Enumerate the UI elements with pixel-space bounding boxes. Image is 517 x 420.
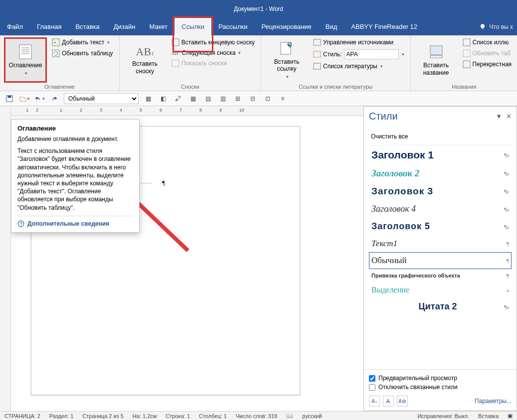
cross-reference-button[interactable]: Перекрестная	[461, 59, 514, 69]
group-toc: Оглавление ▾ + Добавить текст▾ Обновить …	[0, 35, 120, 91]
tab-review[interactable]: Рецензирование	[254, 18, 318, 35]
style-heading5[interactable]: Заголовок 5¶a	[369, 218, 512, 235]
ribbon: Оглавление ▾ + Добавить текст▾ Обновить …	[0, 35, 517, 91]
clear-all-style[interactable]: Очистить все	[369, 130, 512, 145]
align-button[interactable]: ≡	[277, 93, 288, 104]
status-column[interactable]: Столбец: 1	[194, 413, 231, 419]
insert-citation-label: Вставить ссылку	[274, 58, 300, 73]
tab-insert[interactable]: Вставка	[68, 18, 106, 35]
toc-icon	[17, 44, 33, 60]
update-figures-button[interactable]: Обновить таб	[461, 48, 514, 58]
style-heading3[interactable]: Заголовок 3¶a	[369, 182, 512, 200]
figures-list-button[interactable]: Список иллю	[461, 37, 514, 47]
figures-list-label: Список иллю	[473, 39, 509, 46]
border-button[interactable]: ▦	[143, 93, 154, 104]
disable-linked-checkbox[interactable]: Отключить связанные стили	[369, 383, 512, 392]
status-insert-mode[interactable]: Вставка	[474, 413, 503, 419]
manage-sources-label: Управление источниками	[323, 39, 393, 46]
status-track-changes[interactable]: Исправления: Выкл.	[413, 413, 474, 419]
group-footnotes-label: Сноски	[124, 83, 257, 90]
proofing-icon[interactable]: 📖	[282, 413, 298, 419]
bibliography-label: Список литературы	[323, 63, 377, 70]
insert-footnote-button[interactable]: AB1 Вставить сноску	[124, 37, 167, 83]
tab-abbyy[interactable]: ABBYY FineReader 12	[344, 18, 424, 35]
manage-sources-button[interactable]: Управление источниками	[311, 37, 406, 47]
list-icon	[463, 38, 471, 46]
tab-view[interactable]: Вид	[319, 18, 345, 35]
insert-citation-button[interactable]: Вставить ссылку▾	[265, 37, 308, 83]
next-footnote-button[interactable]: AB¹ Следующая сноска▾	[170, 48, 257, 57]
show-footnotes-button[interactable]: Показать сноски	[170, 58, 257, 68]
add-text-button[interactable]: + Добавить текст▾	[50, 37, 115, 47]
tab-home[interactable]: Главная	[30, 18, 68, 35]
citation-style-select[interactable]	[344, 49, 399, 59]
chevron-down-icon[interactable]: ▾	[402, 52, 404, 57]
insert-row-button[interactable]: ▤	[202, 93, 213, 104]
eraser-button[interactable]: ◧	[158, 93, 169, 104]
next-footnote-icon: AB¹	[172, 50, 180, 56]
status-language[interactable]: русский	[298, 413, 326, 419]
style-heading2[interactable]: Заголовок 2¶a	[369, 164, 512, 182]
bibliography-button[interactable]: Список литературы▾	[311, 61, 406, 71]
tab-references[interactable]: Ссылки	[174, 18, 211, 35]
svg-rect-9	[172, 60, 179, 67]
update-toc-button[interactable]: Обновить таблицу	[50, 48, 115, 58]
style-select[interactable]: Обычный	[64, 93, 139, 104]
show-notes-icon	[172, 59, 179, 67]
status-page-of[interactable]: Страница 2 из 5	[78, 413, 128, 419]
tooltip-title: Оглавление	[17, 125, 133, 132]
style-emphasis[interactable]: Выделениеa	[369, 282, 512, 298]
redo-button[interactable]	[49, 93, 60, 104]
style-quote2[interactable]: Цитата 2¶a	[369, 298, 512, 315]
insert-endnote-label: Вставить концевую сноску	[181, 39, 255, 46]
save-button[interactable]	[4, 93, 15, 104]
insert-endnote-button[interactable]: Вставить концевую сноску	[170, 37, 257, 47]
style-heading4[interactable]: Заголовок 4¶a	[369, 200, 512, 218]
status-section[interactable]: Раздел: 1	[45, 413, 78, 419]
style-text1[interactable]: Текст1¶	[369, 235, 512, 252]
svg-rect-14	[314, 63, 321, 69]
table-button[interactable]: ▦	[187, 93, 198, 104]
manage-styles-button[interactable]: A⚙	[397, 396, 408, 407]
style-inspector-button[interactable]: Aᵢ	[383, 396, 394, 407]
close-icon[interactable]: ✕	[506, 113, 512, 120]
citation-style-label: Стиль:	[323, 51, 342, 58]
status-position[interactable]: На: 1,2см	[128, 413, 162, 419]
tab-mailings[interactable]: Рассылки	[211, 18, 254, 35]
highlight-button[interactable]: 🖍	[172, 93, 183, 104]
split-button[interactable]: ⊟	[247, 93, 258, 104]
chevron-down-icon[interactable]: ▼	[496, 113, 502, 120]
style-anchor[interactable]: Привязка графического объекта¶	[369, 269, 512, 282]
distribute-button[interactable]: ⊡	[262, 93, 273, 104]
styles-pane: Стили ▼ ✕ Очистить все Заголовок 1¶a Заг…	[363, 106, 517, 411]
tab-file[interactable]: Файл	[0, 18, 30, 35]
tooltip-text-2: Текст с использованием стиля "Заголовок"…	[17, 147, 133, 212]
chevron-down-icon: ▾	[25, 71, 27, 76]
macro-icon[interactable]: ▣	[503, 413, 517, 419]
add-text-label: Добавить текст	[62, 39, 104, 46]
style-icon	[313, 50, 321, 58]
merge-button[interactable]: ⊞	[232, 93, 243, 104]
new-style-button[interactable]: A₊	[369, 396, 380, 407]
redo-icon	[51, 95, 58, 102]
style-normal[interactable]: Обычный¶	[369, 252, 512, 269]
undo-button[interactable]: ▾	[34, 93, 45, 104]
status-line[interactable]: Строка: 1	[161, 413, 194, 419]
insert-caption-button[interactable]: Вставить название	[415, 37, 458, 83]
status-bar: СТРАНИЦА: 2 Раздел: 1 Страница 2 из 5 На…	[0, 411, 517, 420]
insert-col-button[interactable]: ▥	[217, 93, 228, 104]
status-word-count[interactable]: Число слов: 319	[231, 413, 282, 419]
tell-me[interactable]: Что вы х	[479, 18, 517, 35]
status-page[interactable]: СТРАНИЦА: 2	[0, 413, 45, 419]
style-heading1[interactable]: Заголовок 1¶a	[369, 145, 512, 164]
styles-options-link[interactable]: Параметры...	[475, 398, 512, 405]
toc-button[interactable]: Оглавление ▾	[4, 37, 47, 83]
tab-layout[interactable]: Макет	[142, 18, 174, 35]
tab-design[interactable]: Дизайн	[107, 18, 143, 35]
tooltip-more-link[interactable]: ? Дополнительные сведения	[17, 216, 133, 227]
open-button[interactable]: ▾	[19, 93, 30, 104]
ribbon-tabs: Файл Главная Вставка Дизайн Макет Ссылки…	[0, 18, 517, 35]
paragraph-mark: ¶	[162, 179, 165, 187]
preview-checkbox[interactable]: Предварительный просмотр	[369, 374, 512, 383]
citation-icon	[279, 40, 295, 56]
